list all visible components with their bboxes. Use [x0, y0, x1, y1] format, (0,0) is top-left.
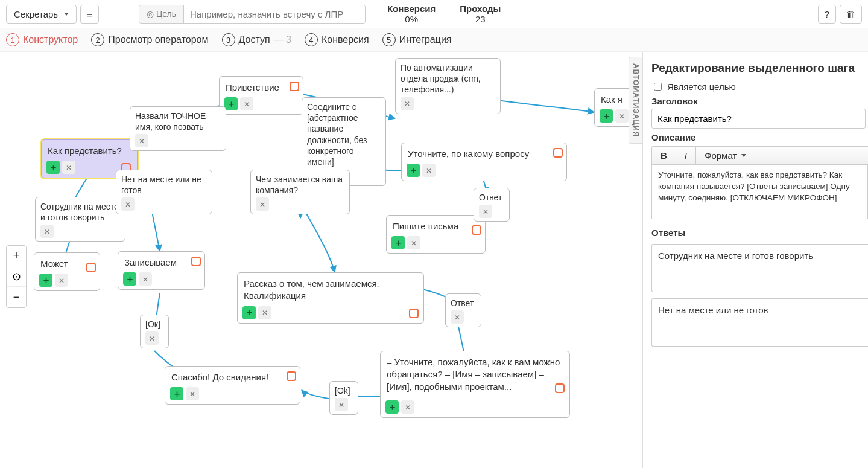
answer-box-1[interactable]: Сотрудник на месте и готов говорить — [651, 244, 868, 292]
edge-label-chem[interactable]: Чем занимается ваша компания? — [250, 170, 350, 214]
goal-marker-icon[interactable] — [472, 225, 481, 235]
tab-label: Просмотр оператором — [108, 34, 208, 45]
edge-label-ok1[interactable]: [Ок] — [140, 315, 169, 348]
node-utochnite[interactable]: Уточните, по какому вопросу — [401, 143, 567, 181]
menu-button[interactable]: ≡ — [80, 5, 99, 24]
answer-box-2[interactable]: Нет на месте или не готов — [651, 298, 868, 347]
add-icon[interactable] — [123, 272, 136, 286]
script-dropdown[interactable]: Секретарь — [6, 5, 77, 24]
edge-label-auto[interactable]: По автоматизации отдела продаж (crm, тел… — [395, 58, 501, 114]
plus-icon: + — [13, 249, 20, 261]
add-icon[interactable] — [170, 387, 183, 400]
zoom-in-button[interactable]: + — [7, 246, 26, 266]
canvas[interactable]: Приветствие Как представить? Может — [0, 52, 639, 468]
add-icon[interactable] — [600, 109, 613, 123]
bold-button[interactable]: B — [652, 147, 676, 164]
close-icon[interactable] — [451, 310, 464, 324]
tab-num-2: 2 — [91, 33, 104, 46]
header-field-label: Заголовок — [651, 96, 868, 106]
close-icon[interactable] — [121, 197, 135, 211]
close-icon[interactable] — [139, 272, 152, 286]
close-icon[interactable] — [401, 97, 414, 110]
add-icon[interactable] — [407, 164, 420, 177]
edge-label-notready[interactable]: Нет на месте или не готов — [116, 170, 212, 214]
close-icon[interactable] — [422, 164, 436, 177]
edge-label-text: Нет на месте или не готов — [121, 175, 201, 195]
node-text: Записываем — [124, 257, 177, 267]
automation-tab-label: АВТОМАТИЗАЦИЯ — [632, 63, 640, 137]
node-text: Как я — [601, 94, 622, 104]
node-greeting[interactable]: Приветствие — [219, 76, 303, 115]
node-mozhet[interactable]: Может — [34, 252, 100, 291]
add-icon[interactable] — [242, 306, 256, 319]
close-icon[interactable] — [55, 274, 68, 287]
tab-integration[interactable]: 5 Интеграция — [382, 33, 452, 46]
help-button[interactable]: ? — [818, 5, 836, 24]
goal-marker-icon[interactable] — [290, 82, 299, 91]
close-icon[interactable] — [615, 109, 629, 123]
zoom-out-button[interactable]: − — [7, 287, 26, 307]
tab-constructor[interactable]: 1 Конструктор — [6, 33, 78, 46]
add-icon[interactable] — [391, 236, 405, 249]
tab-label: Конверсия — [322, 34, 369, 45]
delete-button[interactable]: 🗑 — [840, 5, 862, 24]
description-editor[interactable]: Уточните, пожалуйста, как вас представит… — [651, 165, 868, 219]
close-icon[interactable] — [335, 398, 348, 411]
node-clarify-name[interactable]: – Уточните, пожалуйста, как к вам можно … — [380, 351, 570, 418]
close-icon[interactable] — [479, 205, 492, 218]
zoom-reset-button[interactable]: ⊙ — [7, 266, 26, 287]
close-icon[interactable] — [240, 97, 253, 110]
automation-tab[interactable]: АВТОМАТИЗАЦИЯ — [629, 57, 642, 144]
tab-num-4: 4 — [305, 33, 318, 46]
close-icon[interactable] — [135, 134, 148, 147]
close-icon[interactable] — [256, 197, 269, 211]
header-input[interactable] — [651, 109, 866, 129]
goal-marker-icon[interactable] — [191, 257, 201, 266]
node-spasibo[interactable]: Спасибо! До свидания! — [165, 366, 300, 405]
goal-marker-icon[interactable] — [287, 371, 296, 381]
goal-marker-icon[interactable] — [555, 383, 565, 393]
goal-marker-icon[interactable] — [409, 309, 419, 318]
edge-label-named[interactable]: Назвали ТОЧНОЕ имя, кого позвать — [130, 106, 226, 151]
edge-label-answer2[interactable]: Ответ — [445, 293, 481, 327]
is-goal-checkbox[interactable] — [654, 83, 662, 91]
minus-icon: − — [13, 291, 20, 303]
node-pishite[interactable]: Пишите письма — [386, 215, 486, 254]
add-icon[interactable] — [224, 97, 238, 110]
goal-marker-icon[interactable] — [553, 148, 563, 158]
add-icon[interactable] — [39, 274, 52, 287]
edge-label-answer1[interactable]: Ответ — [474, 188, 510, 222]
tab-label: Доступ — [239, 34, 270, 45]
goal-button[interactable]: ◎ Цель — [139, 5, 184, 23]
chevron-down-icon — [741, 154, 746, 157]
target-icon: ◎ — [147, 9, 154, 19]
close-icon[interactable] — [186, 387, 199, 400]
edge-label-onplace[interactable]: Сотрудник на месте и готов говорить — [35, 197, 125, 242]
stat-passes-value: 23 — [460, 14, 501, 24]
stat-passes: Проходы 23 — [460, 4, 501, 24]
goal-input[interactable] — [184, 5, 365, 23]
add-icon[interactable] — [46, 161, 60, 174]
tab-conversion[interactable]: 4 Конверсия — [305, 33, 369, 46]
close-icon[interactable] — [62, 161, 75, 174]
close-icon[interactable] — [145, 331, 159, 345]
tab-operator-view[interactable]: 2 Просмотр оператором — [91, 33, 208, 46]
close-icon[interactable] — [401, 400, 414, 414]
is-goal-checkbox-row[interactable]: Является целью — [651, 81, 868, 92]
node-rasskaz[interactable]: Рассказ о том, чем занимаемся. Квалифика… — [237, 272, 424, 324]
edge-label-ok2[interactable]: [Ok] — [329, 381, 358, 415]
topbar: Секретарь ≡ ◎ Цель Конверсия 0% Проходы … — [0, 0, 868, 28]
edge-label-text: По автоматизации отдела продаж (crm, тел… — [401, 63, 481, 94]
node-text: Может — [40, 258, 68, 269]
close-icon[interactable] — [258, 306, 271, 319]
format-dropdown[interactable]: Формат — [696, 147, 755, 164]
editor-toolbar: B I Формат — [651, 146, 868, 165]
is-goal-label: Является целью — [667, 82, 736, 92]
add-icon[interactable] — [385, 400, 399, 414]
close-icon[interactable] — [407, 236, 420, 249]
tab-access[interactable]: 3 Доступ — 3 — [222, 33, 291, 46]
node-zapisyvaem[interactable]: Записываем — [118, 251, 205, 290]
close-icon[interactable] — [40, 225, 54, 238]
goal-marker-icon[interactable] — [86, 263, 96, 272]
italic-button[interactable]: I — [676, 147, 696, 164]
